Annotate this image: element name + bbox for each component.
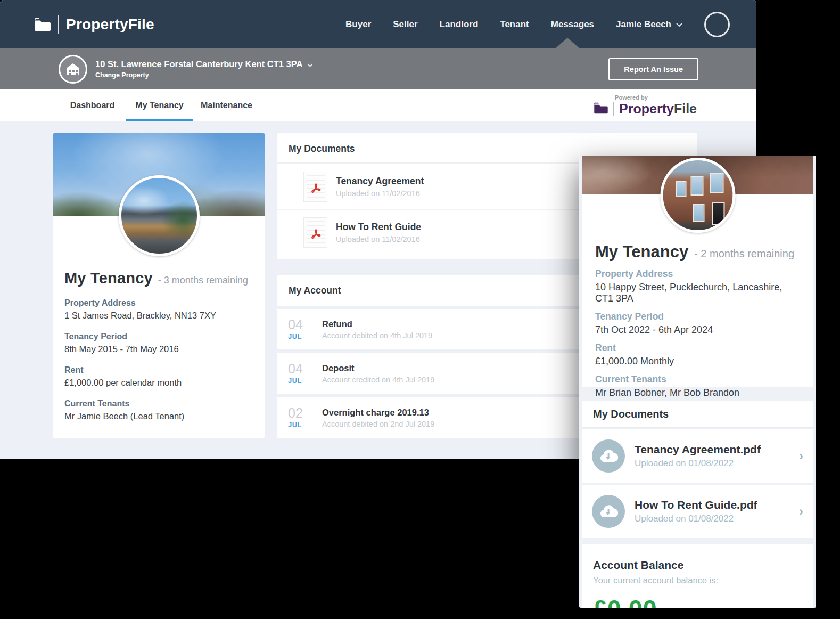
tenancy-remaining: - 3 months remaining xyxy=(158,275,248,286)
transaction-desc: Account debited on 4th Jul 2019 xyxy=(322,331,432,340)
field-value: 10 Happy Street, Pucklechurch, Lancashir… xyxy=(595,282,800,304)
account-balance-card: Account Balance Your current account bal… xyxy=(582,544,813,608)
top-navigation-bar: PropertyFile Buyer Seller Landlord Tenan… xyxy=(0,0,756,48)
tab-bar: Dashboard My Tenancy Maintenance Powered… xyxy=(0,89,756,121)
pdf-icon xyxy=(303,217,327,248)
transaction-day: 04 xyxy=(288,362,311,376)
property-photo xyxy=(119,175,200,256)
document-uploaded: Uploaded on 01/08/2022 xyxy=(635,458,761,469)
mobile-tenancy-remaining: - 2 months remaining xyxy=(694,248,794,260)
field-label: Current Tenants xyxy=(595,374,800,385)
transaction-name: Overnight charge 2019.13 xyxy=(322,408,434,418)
brand-divider xyxy=(613,102,614,116)
folder-icon xyxy=(34,18,51,31)
field-property-address: Property Address 10 Happy Street, Puckle… xyxy=(595,268,800,304)
powered-by-logo: Powered by PropertyFile xyxy=(594,94,697,117)
powered-brand-file: File xyxy=(674,101,697,116)
field-value: £1,000.00 Monthly xyxy=(595,356,800,367)
field-value: Mr Jamie Beech (Lead Tenant) xyxy=(64,411,253,421)
document-name: Tenancy Agreement.pdf xyxy=(635,443,761,456)
field-label: Rent xyxy=(64,365,253,375)
powered-brand-property: Property xyxy=(619,101,674,116)
top-nav: Buyer Seller Landlord Tenant Messages Ja… xyxy=(345,12,730,37)
mobile-preview-card: My Tenancy - 2 months remaining Property… xyxy=(579,156,816,608)
property-address: 10 St. Lawrence Forstal Canterbury Kent … xyxy=(95,59,302,69)
field-rent: Rent £1,000.00 per calendar month xyxy=(64,365,253,388)
tenancy-summary-card: My Tenancy - 3 months remaining Property… xyxy=(53,133,265,438)
field-tenancy-period: Tenancy Period 8th May 2015 - 7th May 20… xyxy=(64,332,253,354)
document-name: How To Rent Guide xyxy=(336,222,421,233)
tab-my-tenancy[interactable]: My Tenancy xyxy=(126,89,193,121)
user-menu[interactable]: Jamie Beech xyxy=(616,19,682,30)
folder-icon xyxy=(594,102,608,116)
transaction-date: 02 JUL xyxy=(288,406,311,429)
transaction-desc: Account credited on 4th Jul 2019 xyxy=(322,376,434,384)
field-rent: Rent £1,000.00 Monthly xyxy=(595,343,800,367)
transaction-month: JUL xyxy=(288,421,311,429)
property-selector-bar: 10 St. Lawrence Forstal Canterbury Kent … xyxy=(0,48,756,89)
field-value: £1,000.00 per calendar month xyxy=(64,378,253,388)
document-name: How To Rent Guide.pdf xyxy=(635,499,757,511)
tenancy-card-title: My Tenancy xyxy=(64,270,153,287)
property-address-dropdown[interactable]: 10 St. Lawrence Forstal Canterbury Kent … xyxy=(95,59,313,69)
field-current-tenants: Current Tenants Mr Jamie Beech (Lead Ten… xyxy=(64,399,253,421)
nav-messages[interactable]: Messages xyxy=(551,19,594,30)
document-uploaded: Uploaded on 01/08/2022 xyxy=(635,514,757,524)
avatar[interactable] xyxy=(704,12,730,37)
user-name: Jamie Beech xyxy=(616,19,671,30)
transaction-name: Deposit xyxy=(322,363,434,373)
chevron-down-icon xyxy=(307,59,313,69)
field-property-address: Property Address 1 St James Road, Brackl… xyxy=(64,298,253,321)
powered-by-text: Powered by xyxy=(615,94,697,101)
nav-seller[interactable]: Seller xyxy=(393,19,417,30)
cloud-download-icon xyxy=(592,439,625,473)
transaction-month: JUL xyxy=(288,377,311,385)
transaction-date: 04 JUL xyxy=(288,362,311,385)
pdf-icon xyxy=(303,172,327,202)
tab-maintenance[interactable]: Maintenance xyxy=(193,89,260,121)
account-balance-subtitle: Your current account balance is: xyxy=(593,575,802,585)
field-label: Tenancy Period xyxy=(64,332,253,341)
transaction-date: 04 JUL xyxy=(288,318,311,340)
field-tenancy-period: Tenancy Period 7th Oct 2022 - 6th Apr 20… xyxy=(595,311,800,336)
mobile-document-row-tenancy-agreement[interactable]: Tenancy Agreement.pdf Uploaded on 01/08/… xyxy=(582,429,813,483)
nav-landlord[interactable]: Landlord xyxy=(440,19,479,30)
report-issue-button[interactable]: Report An Issue xyxy=(608,58,698,80)
field-value: Mr Brian Bobner, Mr Bob Brandon xyxy=(595,387,800,398)
tab-dashboard[interactable]: Dashboard xyxy=(59,89,126,121)
field-value: 7th Oct 2022 - 6th Apr 2024 xyxy=(595,324,800,336)
brand-logo[interactable]: PropertyFile xyxy=(34,15,154,34)
field-label: Current Tenants xyxy=(64,399,253,409)
transaction-day: 02 xyxy=(288,406,311,420)
property-summary: 10 St. Lawrence Forstal Canterbury Kent … xyxy=(59,55,313,84)
transaction-desc: Account debited on 2nd Jul 2019 xyxy=(322,420,434,428)
field-label: Rent xyxy=(595,343,800,354)
field-label: Property Address xyxy=(595,268,800,280)
nav-buyer[interactable]: Buyer xyxy=(345,19,371,30)
chevron-right-icon: › xyxy=(799,504,803,519)
document-uploaded: Uploaded on 11/02/2016 xyxy=(336,235,421,243)
account-balance-amount: £0.00 xyxy=(593,594,802,608)
chevron-down-icon xyxy=(676,19,682,30)
mobile-document-row-how-to-rent[interactable]: How To Rent Guide.pdf Uploaded on 01/08/… xyxy=(582,485,813,538)
field-label: Tenancy Period xyxy=(595,311,800,322)
property-photo xyxy=(660,158,735,233)
cloud-download-icon xyxy=(592,495,625,528)
mobile-tenancy-title: My Tenancy xyxy=(595,242,688,262)
brand-divider xyxy=(58,15,59,34)
field-label: Property Address xyxy=(64,298,253,308)
mobile-tenancy-card: My Tenancy - 2 months remaining Property… xyxy=(582,156,813,387)
nav-tenant[interactable]: Tenant xyxy=(500,19,529,30)
brand-name: PropertyFile xyxy=(66,16,154,33)
change-property-link[interactable]: Change Property xyxy=(95,71,149,79)
document-uploaded: Uploaded on 11/02/2016 xyxy=(336,189,424,198)
field-value: 8th May 2015 - 7th May 2016 xyxy=(64,344,253,354)
document-name: Tenancy Agreement xyxy=(336,176,424,187)
house-icon xyxy=(59,55,87,84)
account-balance-title: Account Balance xyxy=(593,559,802,572)
transaction-name: Refund xyxy=(322,319,432,329)
transaction-day: 04 xyxy=(288,318,311,331)
transaction-month: JUL xyxy=(288,332,311,340)
messages-notch xyxy=(555,38,580,48)
field-value: 1 St James Road, Brackley, NN13 7XY xyxy=(64,311,253,321)
